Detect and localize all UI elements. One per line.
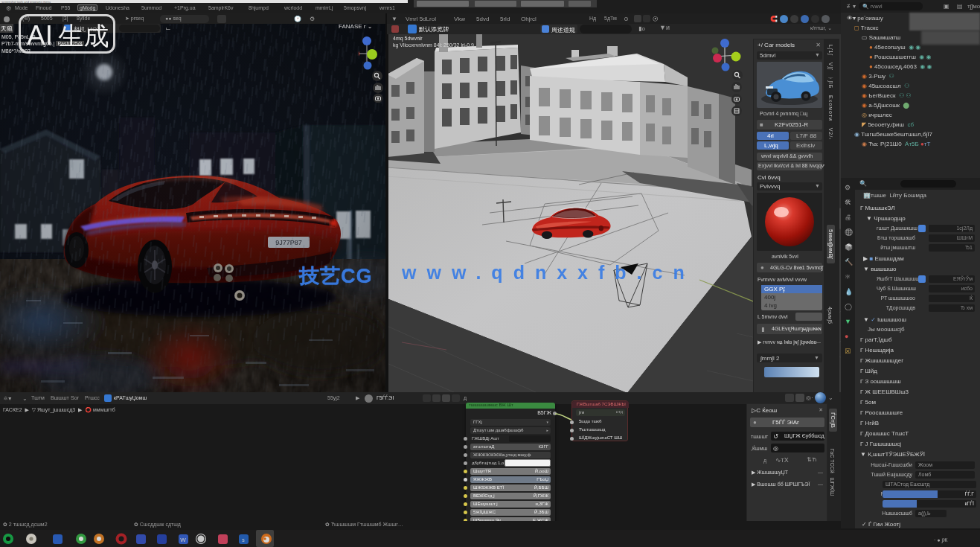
svg-text:s: s xyxy=(242,537,245,543)
svg-text:W: W xyxy=(180,537,186,543)
